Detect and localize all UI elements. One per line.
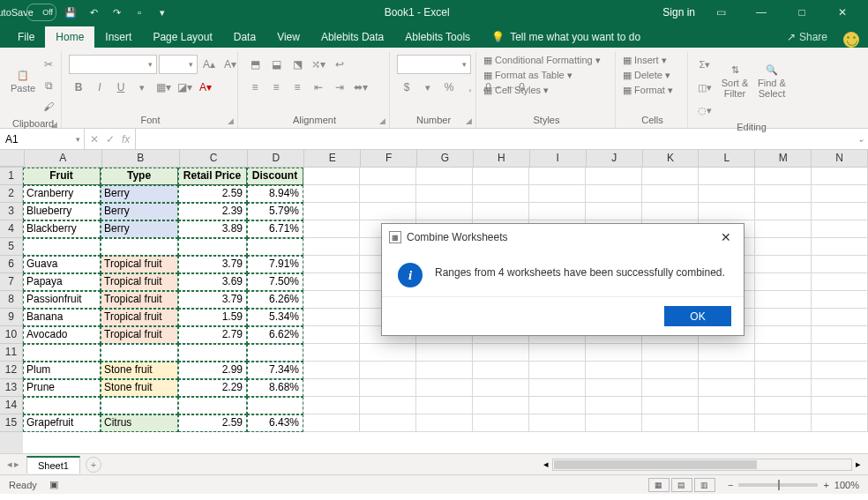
- cell[interactable]: [586, 414, 642, 432]
- autosum-icon[interactable]: Σ▾: [695, 55, 715, 74]
- cell[interactable]: [699, 379, 755, 397]
- cell[interactable]: [812, 397, 868, 414]
- cell[interactable]: [642, 344, 699, 362]
- save-icon[interactable]: 💾: [62, 4, 79, 21]
- cell[interactable]: [247, 344, 303, 362]
- view-page-layout-icon[interactable]: ▤: [671, 478, 692, 492]
- cell[interactable]: [473, 344, 529, 362]
- cell[interactable]: [529, 185, 586, 203]
- cell[interactable]: [755, 379, 812, 397]
- underline-button[interactable]: U: [111, 78, 131, 97]
- cell[interactable]: [529, 344, 586, 362]
- cell[interactable]: [812, 291, 868, 309]
- row-header-4[interactable]: 4: [0, 220, 23, 238]
- row-header-11[interactable]: 11: [0, 344, 23, 362]
- sheet-nav-next-icon[interactable]: ▸: [14, 459, 19, 470]
- col-header-H[interactable]: H: [474, 150, 530, 167]
- cell[interactable]: 1.59: [178, 309, 247, 326]
- cell[interactable]: Tropical fruit: [101, 291, 178, 309]
- hscroll-track[interactable]: [552, 459, 852, 471]
- align-right-icon[interactable]: ≡: [288, 78, 307, 97]
- cell[interactable]: [812, 220, 868, 238]
- fill-icon[interactable]: ◫▾: [695, 78, 715, 97]
- close-icon[interactable]: ✕: [827, 0, 857, 25]
- cell[interactable]: [586, 203, 642, 220]
- cell[interactable]: 3.79: [178, 256, 247, 273]
- autosave-toggle[interactable]: Off: [26, 4, 56, 21]
- currency-icon[interactable]: $: [397, 78, 416, 97]
- fill-color-icon[interactable]: ◪▾: [175, 78, 194, 97]
- enter-formula-icon[interactable]: ✓: [106, 133, 115, 146]
- col-header-J[interactable]: J: [587, 150, 643, 167]
- cell[interactable]: [755, 256, 812, 273]
- cell[interactable]: [360, 168, 416, 185]
- cell[interactable]: [23, 344, 101, 362]
- cell[interactable]: [755, 238, 812, 256]
- cell[interactable]: 7.91%: [247, 256, 303, 273]
- cell[interactable]: [755, 273, 812, 291]
- cell[interactable]: [812, 168, 868, 185]
- cell[interactable]: Papaya: [23, 273, 101, 291]
- sheet-nav-prev-icon[interactable]: ◂: [7, 459, 12, 470]
- row-header-12[interactable]: 12: [0, 362, 23, 379]
- cell[interactable]: [812, 238, 868, 256]
- cell[interactable]: [303, 238, 360, 256]
- cell[interactable]: [473, 168, 529, 185]
- cell[interactable]: 8.68%: [247, 379, 303, 397]
- cell[interactable]: Grapefruit: [23, 414, 101, 432]
- cell[interactable]: [586, 362, 642, 379]
- row-header-14[interactable]: 14: [0, 397, 23, 414]
- cell[interactable]: [755, 344, 812, 362]
- comma-icon[interactable]: ,: [460, 78, 480, 97]
- chevron-down-icon[interactable]: ▾: [132, 78, 152, 97]
- cell[interactable]: 2.59: [178, 414, 247, 432]
- increase-font-icon[interactable]: A▴: [199, 55, 219, 74]
- cell[interactable]: [23, 397, 101, 414]
- fx-icon[interactable]: fx: [122, 133, 130, 146]
- align-middle-icon[interactable]: ⬓: [266, 55, 286, 74]
- cell[interactable]: [529, 414, 586, 432]
- row-header-2[interactable]: 2: [0, 185, 23, 203]
- cell[interactable]: [303, 397, 360, 414]
- orientation-icon[interactable]: ⤭▾: [309, 55, 328, 74]
- cell[interactable]: [303, 220, 360, 238]
- cell[interactable]: [529, 362, 586, 379]
- wrap-text-icon[interactable]: ↩: [330, 55, 349, 74]
- row-header-1[interactable]: 1: [0, 168, 23, 185]
- tab-ablebits-tools[interactable]: Ablebits Tools: [394, 26, 481, 48]
- cell[interactable]: [416, 414, 473, 432]
- cell-styles-button[interactable]: ▦ Cell Styles ▾: [483, 85, 549, 96]
- cell[interactable]: [303, 309, 360, 326]
- cell[interactable]: [699, 344, 755, 362]
- cell[interactable]: [642, 414, 699, 432]
- font-dialog-icon[interactable]: ◢: [228, 116, 234, 125]
- cell[interactable]: [360, 362, 416, 379]
- cell[interactable]: [812, 379, 868, 397]
- cell[interactable]: [755, 291, 812, 309]
- zoom-slider[interactable]: [738, 483, 818, 487]
- cell[interactable]: [303, 256, 360, 273]
- font-size-combo[interactable]: [159, 55, 198, 74]
- merge-icon[interactable]: ⬌▾: [351, 78, 370, 97]
- cell[interactable]: [812, 362, 868, 379]
- cell[interactable]: [416, 185, 473, 203]
- cell[interactable]: [101, 344, 178, 362]
- cell[interactable]: [755, 203, 812, 220]
- cell[interactable]: [642, 362, 699, 379]
- cell[interactable]: Tropical fruit: [101, 326, 178, 344]
- number-format-combo[interactable]: [397, 55, 471, 74]
- cell[interactable]: Plum: [23, 362, 101, 379]
- row-header-10[interactable]: 10: [0, 326, 23, 344]
- decrease-indent-icon[interactable]: ⇤: [309, 78, 328, 97]
- row-header-13[interactable]: 13: [0, 379, 23, 397]
- cell[interactable]: [699, 414, 755, 432]
- cell[interactable]: [812, 414, 868, 432]
- redo-icon[interactable]: ↷: [108, 4, 125, 21]
- cell[interactable]: [699, 397, 755, 414]
- cell[interactable]: [529, 379, 586, 397]
- cell[interactable]: Blackberry: [23, 220, 101, 238]
- cell[interactable]: [586, 168, 642, 185]
- cell[interactable]: 6.71%: [247, 220, 303, 238]
- cell[interactable]: [586, 379, 642, 397]
- col-header-E[interactable]: E: [304, 150, 361, 167]
